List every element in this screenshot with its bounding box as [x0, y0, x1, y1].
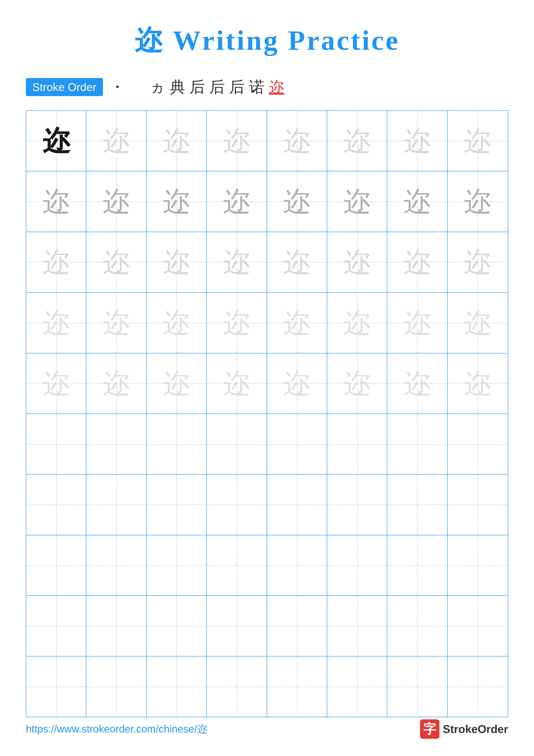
grid-cell-6-2[interactable]	[87, 414, 146, 474]
grid-cell-8-5[interactable]	[267, 535, 327, 595]
char-guide: 迩	[464, 187, 492, 216]
char-guide: 迩	[464, 309, 492, 337]
grid-cell-9-3[interactable]	[147, 596, 207, 656]
grid-cell-9-1[interactable]	[26, 596, 87, 656]
grid-cell-1-2[interactable]: 迩	[87, 111, 146, 171]
stroke-3: ヵ	[149, 77, 165, 97]
grid-cell-6-8[interactable]	[447, 414, 508, 474]
grid-cell-3-6[interactable]: 迩	[327, 232, 387, 292]
grid-cell-10-6[interactable]	[327, 657, 387, 716]
char-guide: 迩	[42, 369, 70, 397]
grid-cell-3-3[interactable]: 迩	[147, 232, 207, 292]
grid-cell-2-6[interactable]: 迩	[327, 171, 387, 231]
grid-cell-6-7[interactable]	[387, 414, 447, 474]
grid-cell-6-4[interactable]	[207, 414, 267, 474]
grid-cell-5-5[interactable]: 迩	[267, 353, 327, 414]
grid-cell-3-2[interactable]: 迩	[87, 232, 146, 292]
grid-cell-2-1[interactable]: 迩	[26, 171, 87, 231]
grid-cell-7-5[interactable]	[267, 474, 327, 535]
char-guide: 迩	[163, 248, 191, 276]
grid-cell-2-4[interactable]: 迩	[207, 171, 267, 231]
grid-cell-3-5[interactable]: 迩	[267, 232, 327, 292]
char-guide: 迩	[163, 187, 191, 216]
grid-cell-7-7[interactable]	[387, 474, 447, 535]
grid-cell-4-3[interactable]: 迩	[147, 293, 207, 353]
grid-cell-2-7[interactable]: 迩	[387, 171, 447, 231]
stroke-8: 诺	[249, 77, 265, 97]
char-guide: 迩	[42, 309, 70, 337]
grid-cell-7-2[interactable]	[87, 474, 146, 535]
grid-cell-10-8[interactable]	[447, 657, 508, 716]
char-guide: 迩	[343, 369, 371, 397]
grid-cell-10-5[interactable]	[267, 657, 327, 716]
grid-row-10	[26, 657, 508, 716]
grid-cell-5-6[interactable]: 迩	[327, 353, 387, 414]
grid-cell-8-1[interactable]	[26, 535, 87, 595]
grid-cell-1-1[interactable]: 迩	[26, 111, 87, 171]
grid-cell-10-3[interactable]	[147, 657, 207, 716]
grid-cell-10-1[interactable]	[26, 657, 87, 716]
grid-cell-4-2[interactable]: 迩	[87, 293, 146, 353]
grid-cell-9-5[interactable]	[267, 596, 327, 656]
char-guide: 迩	[42, 248, 70, 276]
grid-cell-5-1[interactable]: 迩	[26, 353, 87, 414]
grid-cell-10-4[interactable]	[207, 657, 267, 716]
grid-cell-4-7[interactable]: 迩	[387, 293, 447, 353]
grid-cell-8-2[interactable]	[87, 535, 146, 595]
char-guide: 迩	[403, 127, 431, 155]
grid-cell-9-8[interactable]	[447, 596, 508, 656]
grid-cell-3-4[interactable]: 迩	[207, 232, 267, 292]
grid-row-8	[26, 535, 508, 596]
grid-cell-7-6[interactable]	[327, 474, 387, 535]
grid-cell-9-4[interactable]	[207, 596, 267, 656]
grid-cell-5-3[interactable]: 迩	[147, 353, 207, 414]
grid-cell-5-8[interactable]: 迩	[447, 353, 508, 414]
grid-cell-9-2[interactable]	[87, 596, 146, 656]
grid-cell-6-1[interactable]	[26, 414, 87, 474]
grid-row-2: 迩 迩 迩 迩 迩 迩 迩 迩	[26, 171, 508, 232]
grid-cell-3-7[interactable]: 迩	[387, 232, 447, 292]
grid-cell-2-5[interactable]: 迩	[267, 171, 327, 231]
grid-cell-3-8[interactable]: 迩	[447, 232, 508, 292]
grid-cell-9-7[interactable]	[387, 596, 447, 656]
grid-cell-5-7[interactable]: 迩	[387, 353, 447, 414]
grid-cell-4-6[interactable]: 迩	[327, 293, 387, 353]
grid-cell-8-7[interactable]	[387, 535, 447, 595]
grid-cell-4-5[interactable]: 迩	[267, 293, 327, 353]
grid-cell-1-8[interactable]: 迩	[447, 111, 508, 171]
grid-cell-8-3[interactable]	[147, 535, 207, 595]
grid-cell-6-3[interactable]	[147, 414, 207, 474]
grid-cell-2-8[interactable]: 迩	[447, 171, 508, 231]
practice-grid: 迩 迩 迩 迩 迩 迩 迩 迩 迩 迩 迩 迩 迩 迩 迩 迩 迩 迩 迩 迩 …	[26, 110, 508, 717]
grid-row-6	[26, 414, 508, 474]
grid-cell-1-7[interactable]: 迩	[387, 111, 447, 171]
char-guide: 迩	[102, 369, 130, 397]
grid-cell-7-1[interactable]	[26, 474, 87, 535]
grid-cell-7-3[interactable]	[147, 474, 207, 535]
footer-url[interactable]: https://www.strokeorder.com/chinese/迩	[26, 722, 207, 736]
grid-cell-5-2[interactable]: 迩	[87, 353, 146, 414]
grid-cell-8-4[interactable]	[207, 535, 267, 595]
grid-cell-7-8[interactable]	[447, 474, 508, 535]
grid-cell-8-8[interactable]	[447, 535, 508, 595]
grid-cell-8-6[interactable]	[327, 535, 387, 595]
grid-cell-4-4[interactable]: 迩	[207, 293, 267, 353]
grid-cell-9-6[interactable]	[327, 596, 387, 656]
grid-cell-2-3[interactable]: 迩	[147, 171, 207, 231]
grid-cell-6-6[interactable]	[327, 414, 387, 474]
grid-cell-2-2[interactable]: 迩	[87, 171, 146, 231]
stroke-sequence: ・ ゠ ヵ 典 后 后 后 诺 迩	[110, 77, 284, 97]
grid-cell-7-4[interactable]	[207, 474, 267, 535]
grid-cell-5-4[interactable]: 迩	[207, 353, 267, 414]
grid-cell-3-1[interactable]: 迩	[26, 232, 87, 292]
grid-cell-4-8[interactable]: 迩	[447, 293, 508, 353]
grid-cell-6-5[interactable]	[267, 414, 327, 474]
grid-cell-1-4[interactable]: 迩	[207, 111, 267, 171]
grid-cell-4-1[interactable]: 迩	[26, 293, 87, 353]
grid-cell-10-7[interactable]	[387, 657, 447, 716]
footer-logo: 字 StrokeOrder	[420, 719, 508, 739]
grid-cell-1-6[interactable]: 迩	[327, 111, 387, 171]
grid-cell-10-2[interactable]	[87, 657, 146, 716]
grid-cell-1-3[interactable]: 迩	[147, 111, 207, 171]
grid-cell-1-5[interactable]: 迩	[267, 111, 327, 171]
